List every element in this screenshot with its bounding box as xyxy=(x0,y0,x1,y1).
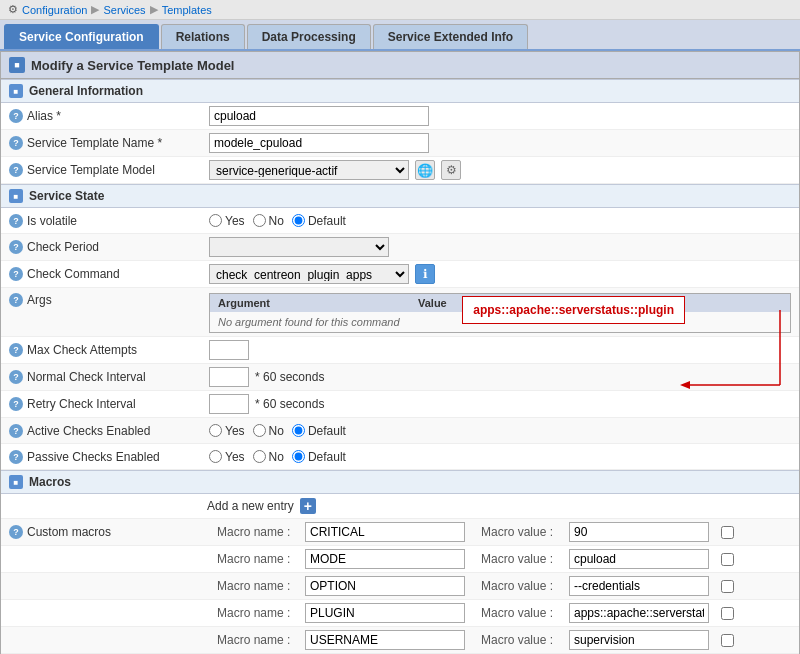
macro-value-label-1: Macro value : xyxy=(481,552,561,566)
passive-checks-help-icon[interactable]: ? xyxy=(9,450,23,464)
macro-name-label-4: Macro name : xyxy=(217,633,297,647)
volatile-default-radio[interactable] xyxy=(292,214,305,227)
volatile-control: Yes No Default xyxy=(209,214,791,228)
macro-name-label-1: Macro name : xyxy=(217,552,297,566)
volatile-yes-radio[interactable] xyxy=(209,214,222,227)
max-check-help-icon[interactable]: ? xyxy=(9,343,23,357)
active-default-radio[interactable] xyxy=(292,424,305,437)
active-yes-radio[interactable] xyxy=(209,424,222,437)
add-entry-button[interactable]: + xyxy=(300,498,316,514)
macro-name-input-4[interactable] xyxy=(305,630,465,650)
tab-service-extended-info[interactable]: Service Extended Info xyxy=(373,24,528,49)
normal-interval-input[interactable] xyxy=(209,367,249,387)
general-info-title: General Information xyxy=(29,84,143,98)
macro-row-username: Macro name : Macro value : xyxy=(1,627,799,654)
active-no-radio[interactable] xyxy=(253,424,266,437)
macro-delete-0[interactable] xyxy=(721,526,734,539)
macro-name-input-0[interactable] xyxy=(305,522,465,542)
active-checks-help-icon[interactable]: ? xyxy=(9,424,23,438)
breadcrumb-templates[interactable]: Templates xyxy=(162,4,212,16)
macro-value-label-0: Macro value : xyxy=(481,525,561,539)
macro-delete-4[interactable] xyxy=(721,634,734,647)
retry-interval-control: * 60 seconds xyxy=(209,394,791,414)
active-checks-row: ? Active Checks Enabled Yes No Default xyxy=(1,418,799,444)
macro-value-input-4[interactable] xyxy=(569,630,709,650)
args-help-icon[interactable]: ? xyxy=(9,293,23,307)
template-name-label: ? Service Template Name * xyxy=(9,136,209,150)
check-command-select[interactable]: check_centreon_plugin_apps xyxy=(209,264,409,284)
alias-help-icon[interactable]: ? xyxy=(9,109,23,123)
template-model-label: ? Service Template Model xyxy=(9,163,209,177)
tab-data-processing[interactable]: Data Processing xyxy=(247,24,371,49)
max-check-label: ? Max Check Attempts xyxy=(9,343,209,357)
alias-label: ? Alias * xyxy=(9,109,209,123)
retry-interval-help-icon[interactable]: ? xyxy=(9,397,23,411)
macro-delete-1[interactable] xyxy=(721,553,734,566)
macro-name-input-1[interactable] xyxy=(305,549,465,569)
max-check-input[interactable] xyxy=(209,340,249,360)
check-period-row: ? Check Period xyxy=(1,234,799,261)
check-period-select[interactable] xyxy=(209,237,389,257)
section-icon: ■ xyxy=(9,57,25,73)
custom-macros-label: Custom macros xyxy=(27,525,111,539)
section-title: Modify a Service Template Model xyxy=(31,58,234,73)
macro-delete-3[interactable] xyxy=(721,607,734,620)
macro-value-input-3[interactable] xyxy=(569,603,709,623)
retry-interval-row: ? Retry Check Interval * 60 seconds xyxy=(1,391,799,418)
template-model-select[interactable]: service-generique-actif xyxy=(209,160,409,180)
passive-yes-radio[interactable] xyxy=(209,450,222,463)
macro-row-critical: ? Custom macros Macro name : Macro value… xyxy=(1,519,799,546)
macro-name-input-3[interactable] xyxy=(305,603,465,623)
active-checks-label: ? Active Checks Enabled xyxy=(9,424,209,438)
tab-relations[interactable]: Relations xyxy=(161,24,245,49)
volatile-no-radio[interactable] xyxy=(253,214,266,227)
active-yes[interactable]: Yes xyxy=(209,424,245,438)
args-label: ? Args xyxy=(9,293,209,307)
add-entry-row: Add a new entry + xyxy=(1,494,799,519)
add-entry-label: Add a new entry xyxy=(207,499,294,513)
volatile-help-icon[interactable]: ? xyxy=(9,214,23,228)
service-state-icon: ■ xyxy=(9,189,23,203)
tab-service-config[interactable]: Service Configuration xyxy=(4,24,159,49)
template-model-help-icon[interactable]: ? xyxy=(9,163,23,177)
macro-help-icon-0[interactable]: ? xyxy=(9,525,23,539)
active-no[interactable]: No xyxy=(253,424,284,438)
check-command-info-icon[interactable]: ℹ xyxy=(415,264,435,284)
volatile-yes[interactable]: Yes xyxy=(209,214,245,228)
args-col-argument: Argument xyxy=(210,294,410,312)
breadcrumb-services[interactable]: Services xyxy=(103,4,145,16)
retry-interval-label: ? Retry Check Interval xyxy=(9,397,209,411)
passive-default-radio[interactable] xyxy=(292,450,305,463)
macro-value-input-1[interactable] xyxy=(569,549,709,569)
volatile-no[interactable]: No xyxy=(253,214,284,228)
normal-interval-help-icon[interactable]: ? xyxy=(9,370,23,384)
active-default[interactable]: Default xyxy=(292,424,346,438)
macro-value-input-0[interactable] xyxy=(569,522,709,542)
macro-delete-2[interactable] xyxy=(721,580,734,593)
template-name-input[interactable] xyxy=(209,133,429,153)
passive-yes[interactable]: Yes xyxy=(209,450,245,464)
passive-no-radio[interactable] xyxy=(253,450,266,463)
globe-icon[interactable]: 🌐 xyxy=(415,160,435,180)
breadcrumb-config[interactable]: Configuration xyxy=(22,4,87,16)
template-name-help-icon[interactable]: ? xyxy=(9,136,23,150)
gear-icon[interactable]: ⚙ xyxy=(441,160,461,180)
passive-default[interactable]: Default xyxy=(292,450,346,464)
main-content: ■ Modify a Service Template Model ■ Gene… xyxy=(0,51,800,654)
macro-name-label-3: Macro name : xyxy=(217,606,297,620)
passive-no[interactable]: No xyxy=(253,450,284,464)
max-check-row: ? Max Check Attempts xyxy=(1,337,799,364)
macro-value-input-2[interactable] xyxy=(569,576,709,596)
volatile-row: ? Is volatile Yes No Default xyxy=(1,208,799,234)
retry-interval-input[interactable] xyxy=(209,394,249,414)
volatile-label: ? Is volatile xyxy=(9,214,209,228)
check-period-help-icon[interactable]: ? xyxy=(9,240,23,254)
macro-name-input-2[interactable] xyxy=(305,576,465,596)
macro-value-label-4: Macro value : xyxy=(481,633,561,647)
tooltip-popup: apps::apache::serverstatus::plugin xyxy=(462,296,685,324)
volatile-default[interactable]: Default xyxy=(292,214,346,228)
check-command-help-icon[interactable]: ? xyxy=(9,267,23,281)
macro-value-label-2: Macro value : xyxy=(481,579,561,593)
alias-input[interactable] xyxy=(209,106,429,126)
tooltip-text: apps::apache::serverstatus::plugin xyxy=(473,303,674,317)
